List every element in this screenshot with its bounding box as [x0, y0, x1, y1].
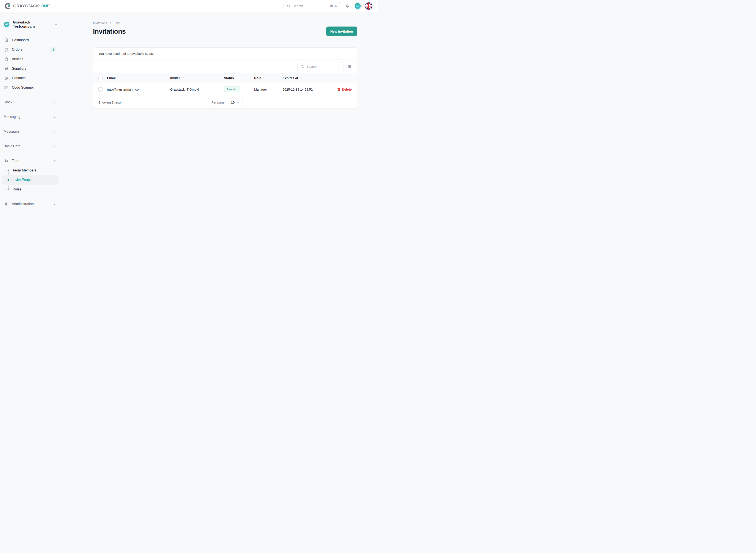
sidebar-group-messaging[interactable]: Messaging — [2, 112, 59, 122]
sidebar-item-contacts[interactable]: Contacts — [2, 73, 59, 83]
home-icon — [4, 38, 9, 43]
sidebar-item-roles[interactable]: Roles — [2, 185, 59, 194]
chevron-down-icon — [53, 145, 56, 148]
results-count-text: Showing 1 result — [98, 100, 122, 104]
cell-expires-at: 2025-12-19 14:59:52 — [283, 88, 330, 91]
table-toolbar — [93, 60, 357, 73]
table-row: max@mustermann.com Graystack IT GmbH Pen… — [93, 83, 357, 96]
sidebar-item-invite-people[interactable]: Invite People — [2, 175, 59, 185]
chevron-down-icon — [55, 23, 58, 26]
table-footer: Showing 1 result Per page 10 — [93, 96, 357, 108]
per-page-control[interactable]: Per page 10 — [208, 98, 242, 107]
group-label: Messages — [4, 130, 19, 134]
language-flag-button[interactable] — [365, 2, 372, 10]
global-search: ⌘+K — [284, 2, 340, 10]
invitations-card: You have used 2 of 10 available seats. — [93, 48, 357, 109]
select-all-checkbox[interactable] — [98, 76, 103, 80]
sidebar-item-dashboard[interactable]: Dashboard — [2, 35, 59, 45]
sidebar-item-label: Roles — [12, 187, 21, 191]
sidebar-item-label: Orders — [12, 48, 22, 52]
group-label: Messaging — [4, 115, 20, 119]
column-header-status: Status — [224, 76, 254, 80]
chevron-down-icon — [53, 203, 56, 206]
contacts-icon — [4, 76, 9, 80]
chevron-right-icon — [109, 22, 112, 24]
bullet-dot — [8, 169, 9, 171]
cell-role: Manager — [254, 88, 283, 91]
column-header-inviter[interactable]: Inviter — [170, 76, 224, 80]
main-content: Invitations List Invitations New invitat… — [61, 12, 378, 276]
user-avatar[interactable]: GI — [354, 3, 361, 9]
sidebar-item-label: Code Scanner — [12, 86, 34, 89]
sidebar-nav: Dashboard Orders 3 Articles — [2, 35, 59, 209]
search-icon — [287, 4, 291, 8]
orders-count-badge: 3 — [51, 47, 56, 53]
bell-icon — [345, 4, 350, 8]
seats-usage-text: You have used 2 of 10 available seats. — [93, 48, 357, 60]
global-search-input[interactable] — [293, 4, 328, 8]
status-badge: Pending — [224, 86, 240, 92]
sidebar-collapse-button[interactable] — [53, 4, 57, 8]
chevron-down-icon — [236, 101, 239, 104]
table-search — [297, 62, 344, 71]
sidebar-item-articles[interactable]: Articles — [2, 54, 59, 64]
chevron-left-icon — [53, 4, 57, 8]
cell-email: max@mustermann.com — [107, 88, 170, 91]
sidebar-item-label: Dashboard — [12, 38, 29, 42]
company-name: Graystack Testcompany — [13, 20, 52, 28]
delete-button[interactable]: Delete — [337, 88, 357, 91]
chevron-down-icon — [53, 130, 56, 133]
bullet-dot — [8, 179, 9, 181]
group-label: Team — [12, 159, 20, 163]
company-avatar: GT — [3, 21, 10, 27]
sidebar-item-label: Invite People — [12, 178, 32, 182]
breadcrumb-invitations[interactable]: Invitations — [93, 21, 107, 25]
sidebar-group-messages[interactable]: Messages — [2, 127, 59, 136]
trash-icon — [337, 88, 341, 91]
qr-icon — [4, 85, 9, 90]
sidebar: GT Graystack Testcompany Dashboard — [0, 12, 61, 276]
sidebar-item-team-members[interactable]: Team Members — [2, 166, 59, 175]
team-icon — [4, 159, 9, 163]
page-title: Invitations — [93, 27, 126, 35]
sort-chevron-icon — [300, 77, 302, 79]
column-header-expires-at[interactable]: Expires at — [283, 76, 330, 80]
table-search-input[interactable] — [306, 65, 340, 68]
sidebar-group-administration[interactable]: Administration — [2, 199, 59, 209]
column-header-role[interactable]: Role — [254, 76, 283, 80]
notifications-button[interactable] — [345, 4, 350, 8]
group-label: Basic Data — [4, 144, 20, 148]
bullet-dot — [8, 188, 9, 190]
bag-icon — [4, 57, 9, 62]
sidebar-group-basic-data[interactable]: Basic Data — [2, 142, 59, 151]
brand-logo-icon — [5, 3, 11, 9]
row-checkbox[interactable] — [98, 87, 103, 92]
sidebar-item-label: Articles — [12, 57, 23, 61]
company-selector[interactable]: GT Graystack Testcompany — [2, 19, 59, 29]
per-page-value: 10 — [231, 100, 235, 104]
sidebar-item-label: Suppliers — [12, 67, 26, 71]
chevron-down-icon — [53, 101, 56, 104]
per-page-select[interactable]: 10 — [228, 98, 242, 107]
sort-chevron-icon — [181, 77, 184, 79]
cell-inviter: Graystack IT GmbH — [170, 88, 224, 91]
sidebar-item-label: Contacts — [12, 76, 25, 80]
column-settings-button[interactable] — [347, 64, 352, 69]
sidebar-group-team[interactable]: Team — [2, 156, 59, 166]
sidebar-item-suppliers[interactable]: Suppliers — [2, 64, 59, 73]
search-shortcut-hint: ⌘+K — [330, 4, 337, 8]
new-invitation-button[interactable]: New invitation — [326, 26, 357, 36]
per-page-label: Per page — [208, 98, 228, 107]
brand-logo: GRAYSTACK:ONE — [5, 3, 50, 9]
chevron-down-icon — [53, 115, 56, 118]
column-header-email: Email — [107, 76, 170, 80]
table-header-row: Email Inviter Status Role — [93, 73, 357, 83]
app-window: GRAYSTACK:ONE ⌘+K — [0, 0, 378, 276]
breadcrumb-list: List — [115, 21, 120, 25]
sidebar-item-orders[interactable]: Orders 3 — [2, 45, 59, 54]
store-icon — [4, 66, 9, 71]
sidebar-group-stock[interactable]: Stock — [2, 97, 59, 107]
topbar: GRAYSTACK:ONE ⌘+K — [0, 0, 378, 12]
team-sub-list: Team Members Invite People Roles — [2, 166, 59, 194]
sidebar-item-code-scanner[interactable]: Code Scanner — [2, 83, 59, 92]
